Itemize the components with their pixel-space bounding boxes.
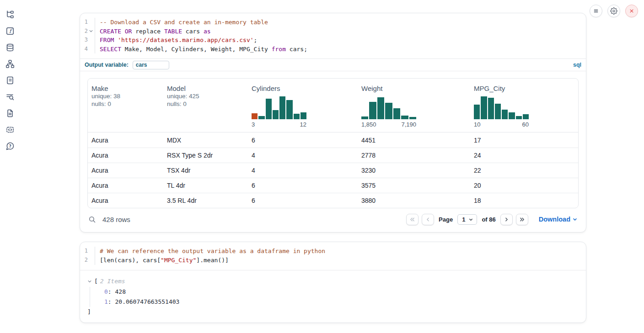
- last-page-button[interactable]: [516, 214, 528, 225]
- database-icon: [5, 43, 15, 52]
- code-line[interactable]: 2CREATE OR replace TABLE cars as: [80, 27, 586, 36]
- line-number: 1: [80, 247, 95, 256]
- column-stat: nulls: 0: [91, 100, 160, 108]
- download-button[interactable]: Download: [539, 216, 578, 223]
- tree-entry: 1: 20.060747663551403: [104, 297, 579, 307]
- column-stat: unique: 425: [167, 92, 244, 100]
- histogram-bar[interactable]: [258, 116, 264, 119]
- sidebar-item-snippets[interactable]: [5, 125, 15, 134]
- tree-open-bracket: [: [94, 277, 98, 286]
- column-stat: unique: 38: [91, 92, 160, 100]
- tree-close-bracket: ]: [87, 307, 579, 317]
- sidebar-item-documentation[interactable]: [5, 109, 15, 118]
- histogram-bar[interactable]: [273, 110, 279, 119]
- close-button[interactable]: [625, 5, 638, 17]
- file-text-icon: [5, 109, 15, 118]
- histogram-bar[interactable]: [488, 98, 494, 119]
- histogram-bar[interactable]: [474, 105, 480, 119]
- python-code-editor[interactable]: 1# We can reference the output variable …: [80, 242, 586, 270]
- table-row[interactable]: AcuraRSX Type S 2dr4277824: [88, 148, 578, 163]
- chevron-right-icon: [504, 217, 510, 222]
- output-variable-label: Output variable:: [85, 62, 129, 68]
- tree-items-count: 2 Items: [100, 277, 125, 286]
- histogram-bar[interactable]: [369, 102, 376, 119]
- chevron-down-icon: [572, 217, 578, 222]
- histogram-bar[interactable]: [409, 117, 416, 119]
- table-row[interactable]: AcuraMDX6445117: [88, 132, 578, 148]
- histogram-bar[interactable]: [279, 96, 285, 119]
- histogram-bar[interactable]: [502, 110, 508, 119]
- tree-collapse-chevron-icon[interactable]: [87, 279, 92, 284]
- histogram-bar[interactable]: [266, 99, 272, 119]
- search-icon[interactable]: [88, 216, 96, 223]
- histogram-bar[interactable]: [301, 112, 306, 119]
- sidebar-item-file-explorer[interactable]: [5, 10, 15, 19]
- code-line[interactable]: 4SELECT Make, Model, Cylinders, Weight, …: [80, 45, 586, 54]
- output-variable-input[interactable]: [133, 61, 169, 69]
- sidebar-item-help[interactable]: ?: [5, 142, 15, 151]
- histogram-MPG_City: 1060: [474, 96, 529, 128]
- file-tree-icon: [5, 10, 15, 19]
- histogram-bar[interactable]: [481, 96, 487, 119]
- first-page-button[interactable]: [406, 214, 419, 225]
- chevrons-left-icon: [409, 217, 415, 222]
- function-icon: f: [5, 26, 15, 36]
- column-name: Make: [91, 85, 160, 92]
- table-header: Makeunique: 38nulls: 0Modelunique: 425nu…: [88, 79, 578, 132]
- column-header-Make[interactable]: Makeunique: 38nulls: 0: [88, 79, 163, 132]
- histogram-bar[interactable]: [286, 100, 292, 119]
- table-row[interactable]: Acura3.5 RL 4dr6388018: [88, 193, 578, 208]
- table-cell: RSX Type S 2dr: [163, 152, 248, 159]
- code-line[interactable]: 1-- Download a CSV and create an in-memo…: [80, 18, 586, 27]
- table-cell: 3575: [358, 182, 470, 189]
- column-header-MPG_City[interactable]: MPG_City1060: [470, 79, 578, 132]
- svg-text:?: ?: [9, 144, 11, 148]
- fold-chevron-icon[interactable]: [88, 28, 94, 34]
- table-row[interactable]: AcuraTL 4dr6357520: [88, 178, 578, 193]
- code-line[interactable]: 1# We can reference the output variable …: [80, 247, 586, 256]
- menu-button[interactable]: [590, 5, 602, 17]
- histogram-bar[interactable]: [393, 108, 400, 119]
- page-total-label: of 86: [482, 216, 495, 223]
- histogram-bar[interactable]: [401, 116, 408, 119]
- histogram-bar[interactable]: [377, 97, 384, 119]
- column-header-Model[interactable]: Modelunique: 425nulls: 0: [163, 79, 248, 132]
- column-header-Cylinders[interactable]: Cylinders312: [248, 79, 358, 132]
- chevron-down-icon: [468, 217, 473, 222]
- table-cell: 18: [470, 197, 578, 204]
- table-row[interactable]: AcuraTSX 4dr4323022: [88, 163, 578, 178]
- page-select[interactable]: 1: [457, 214, 477, 225]
- histogram-bar[interactable]: [361, 116, 368, 119]
- tree-entry: 0: 428: [104, 287, 579, 297]
- next-page-button[interactable]: [500, 214, 513, 225]
- sql-code-editor[interactable]: 1-- Download a CSV and create an in-memo…: [80, 13, 586, 58]
- histogram-bar[interactable]: [523, 114, 529, 119]
- column-name: Weight: [361, 85, 467, 92]
- line-number: 2: [80, 27, 95, 36]
- histogram-bar[interactable]: [385, 103, 392, 119]
- sidebar-item-logs[interactable]: [5, 92, 15, 101]
- histogram-bar[interactable]: [252, 113, 258, 119]
- table-cell: 22: [470, 167, 578, 174]
- histogram-bar[interactable]: [516, 116, 522, 119]
- column-stat: nulls: 0: [167, 100, 244, 108]
- table-cell: Acura: [88, 167, 163, 174]
- notebook: 1-- Download a CSV and create an in-memo…: [80, 13, 586, 323]
- sidebar-item-scratchpad[interactable]: [5, 76, 15, 85]
- table-cell: 24: [470, 152, 578, 159]
- histogram-bar[interactable]: [495, 104, 501, 119]
- sidebar-item-datasources[interactable]: [5, 43, 15, 52]
- prev-page-button[interactable]: [422, 214, 434, 225]
- settings-button[interactable]: [607, 5, 620, 17]
- histogram-bar[interactable]: [294, 114, 300, 119]
- column-name: Cylinders: [252, 85, 354, 92]
- histogram-max-label: 12: [300, 121, 306, 128]
- column-header-Weight[interactable]: Weight1,8507,190: [358, 79, 470, 132]
- sidebar-item-functions[interactable]: f: [5, 26, 15, 36]
- sql-cell: 1-- Download a CSV and create an in-memo…: [80, 13, 586, 233]
- code-line[interactable]: 3FROM 'https://datasets.marimo.app/cars.…: [80, 36, 586, 45]
- code-line[interactable]: 2[len(cars), cars["MPG_City"].mean()]: [80, 256, 586, 265]
- histogram-bar[interactable]: [509, 112, 515, 119]
- histogram-Cylinders: 312: [252, 96, 306, 128]
- sidebar-item-dependency-graph[interactable]: [5, 59, 15, 69]
